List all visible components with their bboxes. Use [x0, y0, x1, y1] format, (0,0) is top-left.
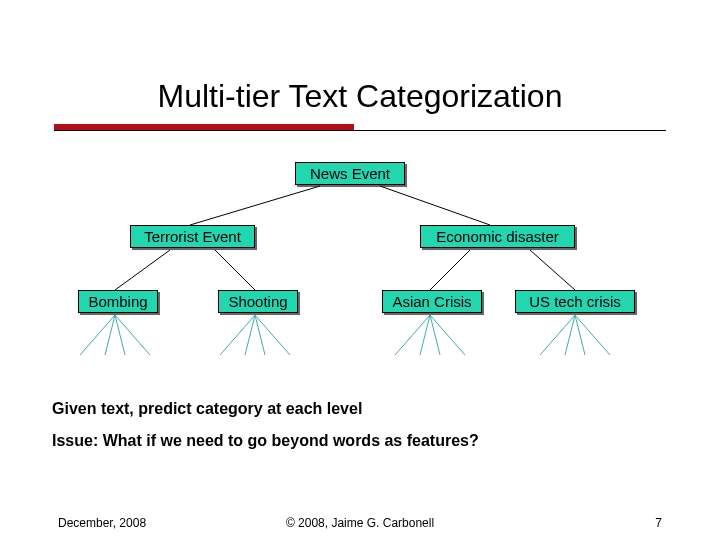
title-divider — [54, 124, 666, 131]
node-leaf-2: Shooting — [218, 290, 298, 313]
footer-page-number: 7 — [655, 516, 662, 530]
slide-title: Multi-tier Text Categorization — [0, 0, 720, 123]
node-right: Economic disaster — [420, 225, 575, 248]
svg-line-1 — [380, 186, 490, 225]
hierarchy-diagram: News Event Terrorist Event Economic disa… — [60, 150, 660, 380]
node-leaf-1: Bombing — [78, 290, 158, 313]
node-leaf-3: Asian Crisis — [382, 290, 482, 313]
footer-copyright: © 2008, Jaime G. Carbonell — [0, 516, 720, 530]
svg-line-2 — [115, 250, 170, 290]
body-line-1: Given text, predict category at each lev… — [52, 400, 362, 418]
body-line-2: Issue: What if we need to go beyond word… — [52, 432, 479, 450]
node-left: Terrorist Event — [130, 225, 255, 248]
node-root: News Event — [295, 162, 405, 185]
node-leaf-4: US tech crisis — [515, 290, 635, 313]
svg-line-0 — [190, 186, 320, 225]
svg-line-3 — [215, 250, 255, 290]
svg-line-4 — [430, 250, 470, 290]
svg-line-5 — [530, 250, 575, 290]
